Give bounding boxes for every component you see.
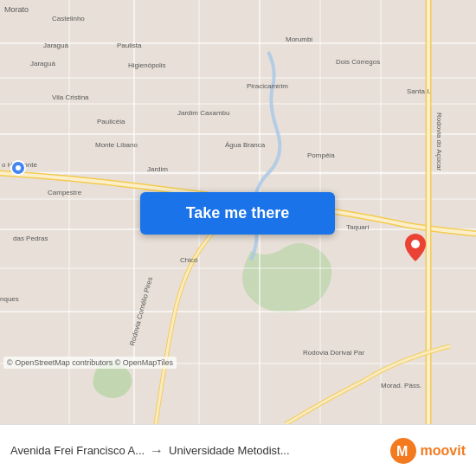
map-container: Morato Castelinho Jaraguá Paulista Jarag…: [0, 0, 476, 424]
svg-text:Castelinho: Castelinho: [52, 15, 85, 23]
destination-marker: [405, 234, 426, 261]
svg-text:nques: nques: [0, 295, 19, 303]
moovit-logo: M moovit: [389, 437, 466, 465]
button-label: Take me there: [186, 204, 290, 222]
origin-marker: [10, 160, 26, 176]
svg-text:M: M: [396, 444, 408, 459]
svg-point-47: [16, 165, 21, 170]
svg-text:das Pedras: das Pedras: [13, 235, 48, 242]
svg-text:Monte Líbano: Monte Líbano: [95, 141, 138, 149]
svg-text:Dois Córregos: Dois Córregos: [336, 58, 380, 66]
svg-text:Paulicéia: Paulicéia: [97, 118, 125, 125]
moovit-brand-text: moovit: [421, 443, 466, 459]
svg-text:Jardim Caxambu: Jardim Caxambu: [177, 109, 229, 117]
svg-text:Campestre: Campestre: [48, 189, 82, 196]
svg-text:Morato: Morato: [4, 5, 29, 14]
svg-text:Higienópolis: Higienópolis: [128, 61, 166, 69]
svg-text:Vila Cristina: Vila Cristina: [52, 93, 89, 101]
svg-text:Taquari: Taquari: [346, 223, 369, 231]
svg-text:Jardim: Jardim: [147, 165, 168, 173]
svg-text:Piracicamirim: Piracicamirim: [247, 82, 288, 90]
svg-text:Rodovia Dorival Par: Rodovia Dorival Par: [303, 349, 364, 357]
moovit-icon: M: [389, 437, 417, 465]
svg-text:Rodovia do Açúcar: Rodovia do Açúcar: [435, 113, 443, 170]
svg-text:Morumbi: Morumbi: [286, 35, 312, 43]
svg-text:Jaraguá: Jaraguá: [43, 42, 68, 49]
svg-text:Chicó: Chicó: [180, 256, 198, 264]
svg-text:Santa I.: Santa I.: [407, 87, 431, 95]
route-info: Avenida Frei Francisco A... → Universida…: [10, 443, 389, 459]
svg-text:Morad. Páss.: Morad. Páss.: [381, 382, 421, 389]
to-label: Universidade Metodist...: [169, 444, 289, 457]
bottom-bar: Avenida Frei Francisco A... → Universida…: [0, 424, 476, 476]
from-label: Avenida Frei Francisco A...: [10, 444, 145, 457]
svg-text:Paulista: Paulista: [117, 42, 142, 49]
take-me-there-button[interactable]: Take me there: [140, 192, 335, 235]
svg-text:Jaraguá: Jaraguá: [30, 60, 55, 68]
map-attribution: © OpenStreetMap contributors © OpenMapTi…: [3, 357, 177, 369]
svg-text:Água Branca: Água Branca: [225, 141, 266, 149]
route-arrow: →: [150, 443, 164, 459]
svg-point-48: [411, 240, 420, 248]
svg-text:Pompéia: Pompéia: [307, 151, 335, 159]
